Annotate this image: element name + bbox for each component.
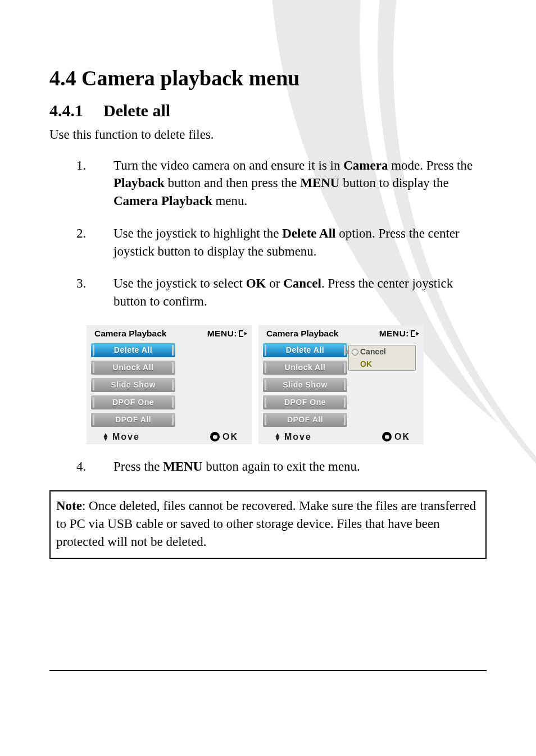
step-text: Use the joystick to highlight the Delete… [113,225,487,260]
lcd-move-hint: ▲▼ Move [102,432,140,442]
step-item: 2.Use the joystick to highlight the Dele… [76,225,487,260]
lcd-ok-hint: OK [210,432,238,442]
lcd-ok-hint: OK [382,432,410,442]
lcd-menu-item: DPOF One [263,395,347,409]
flyout-submenu: Cancel OK [348,345,416,371]
step-item: 4.Press the MENU button again to exit th… [76,458,487,476]
step-number: 4. [76,458,113,476]
updown-icon: ▲▼ [274,433,281,441]
step-text: Turn the video camera on and ensure it i… [113,157,487,210]
section-heading: 4.4 Camera playback menu [49,66,487,91]
step-number: 3. [76,275,113,310]
flyout-option-cancel: Cancel [349,345,415,358]
steps-list-continued: 4.Press the MENU button again to exit th… [49,458,487,476]
lcd-menu-exit: MENU: [379,329,418,339]
lcd-menu-item: DPOF One [91,395,175,409]
flyout-option-ok: OK [349,358,415,370]
lcd-menu-item: Delete All [91,343,175,357]
lcd-right: Camera Playback MENU: Delete AllUnlock A… [258,325,424,444]
lcd-title: Camera Playback [94,329,166,339]
lcd-menu-list: Delete AllUnlock AllSlide ShowDPOF OneDP… [91,343,175,430]
footer-divider [49,670,487,671]
steps-list: 1.Turn the video camera on and ensure it… [49,157,487,311]
lcd-menu-item: Unlock All [263,361,347,375]
intro-text: Use this function to delete files. [49,126,487,143]
lcd-screenshots: Camera Playback MENU: Delete AllUnlock A… [87,325,487,444]
lcd-menu-item: Unlock All [91,361,175,375]
note-body: : Once deleted, files cannot be recovere… [56,499,476,549]
radio-icon [352,349,358,356]
ok-icon [210,432,220,441]
step-text: Use the joystick to select OK or Cancel.… [113,275,487,310]
subsection-number: 4.4.1 [49,101,103,120]
lcd-title: Camera Playback [266,329,338,339]
lcd-menu-item: DPOF All [263,413,347,427]
lcd-menu-item: Slide Show [263,378,347,392]
lcd-move-hint: ▲▼ Move [274,432,312,442]
step-text: Press the MENU button again to exit the … [113,458,487,476]
updown-icon: ▲▼ [102,433,109,441]
note-box: Note: Once deleted, files cannot be reco… [49,490,487,559]
subsection-title: Delete all [103,101,170,120]
subsection-heading: 4.4.1Delete all [49,101,487,120]
exit-icon [411,330,418,337]
step-number: 1. [76,157,113,210]
step-item: 1.Turn the video camera on and ensure it… [76,157,487,210]
lcd-menu-item: Slide Show [91,378,175,392]
lcd-menu-item: Delete All [263,343,347,357]
note-label: Note [56,499,82,513]
lcd-menu-exit: MENU: [207,329,246,339]
step-item: 3.Use the joystick to select OK or Cance… [76,275,487,310]
step-number: 2. [76,225,113,260]
exit-icon [239,330,246,337]
ok-icon [382,432,392,441]
lcd-menu-item: DPOF All [91,413,175,427]
lcd-left: Camera Playback MENU: Delete AllUnlock A… [87,325,252,444]
lcd-menu-list: Delete AllUnlock AllSlide ShowDPOF OneDP… [263,343,347,430]
